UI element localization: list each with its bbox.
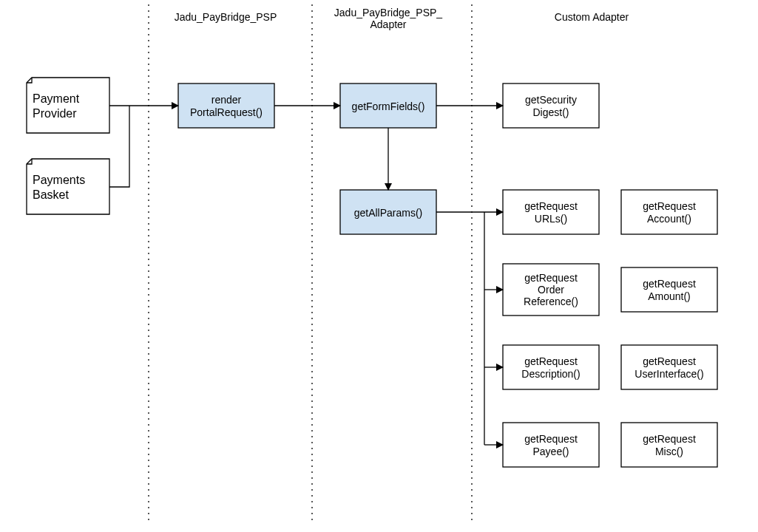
node-get-form-fields: getFormFields() xyxy=(340,83,436,128)
urls-l2: URLs() xyxy=(535,213,567,225)
order-l3: Reference() xyxy=(524,296,578,307)
misc-l1: getRequest xyxy=(643,433,696,445)
payments-basket-line1: Payments xyxy=(33,174,85,186)
urls-l1: getRequest xyxy=(524,200,578,212)
node-get-request-user-interface: getRequest UserInterface() xyxy=(621,345,717,389)
lane-label-custom: Custom Adapter xyxy=(555,11,629,23)
node-get-request-payee: getRequest Payee() xyxy=(503,423,599,467)
account-l2: Account() xyxy=(647,213,691,225)
lane-label-psp: Jadu_PayBridge_PSP xyxy=(175,11,277,23)
get-security-l2: Digest() xyxy=(532,106,569,118)
get-security-l1: getSecurity xyxy=(525,94,577,106)
lane-label-adapter-top: Jadu_PayBridge_PSP_ xyxy=(334,7,443,18)
node-get-request-misc: getRequest Misc() xyxy=(621,423,717,467)
desc-l1: getRequest xyxy=(524,355,578,367)
node-get-security-digest: getSecurity Digest() xyxy=(503,83,599,128)
amount-l1: getRequest xyxy=(643,278,696,290)
amount-l2: Amount() xyxy=(648,290,691,302)
render-line1: render xyxy=(212,94,242,106)
ui-l1: getRequest xyxy=(643,355,696,367)
node-get-request-order-reference: getRequest Order Reference() xyxy=(503,264,599,316)
node-get-request-account: getRequest Account() xyxy=(621,190,717,234)
order-l1: getRequest xyxy=(524,272,578,284)
account-l1: getRequest xyxy=(643,200,696,212)
payment-provider-line1: Payment xyxy=(33,92,80,105)
edge-basket-to-provider-line xyxy=(109,106,129,187)
payee-l1: getRequest xyxy=(524,433,578,445)
node-get-request-amount: getRequest Amount() xyxy=(621,267,717,312)
payments-basket-line2: Basket xyxy=(33,188,69,201)
payee-l2: Payee() xyxy=(532,446,569,457)
get-all-params-label: getAllParams() xyxy=(354,207,423,219)
get-form-fields-label: getFormFields() xyxy=(352,100,425,112)
lane-label-adapter-bot: Adapter xyxy=(370,18,406,30)
ui-l2: UserInterface() xyxy=(635,368,703,380)
desc-l2: Description() xyxy=(521,368,580,380)
payment-provider-line2: Provider xyxy=(33,107,77,120)
node-get-request-description: getRequest Description() xyxy=(503,345,599,389)
misc-l2: Misc() xyxy=(655,446,683,457)
node-get-all-params: getAllParams() xyxy=(340,190,436,234)
node-render-portal-request: render PortalRequest() xyxy=(178,83,274,128)
node-payment-provider: Payment Provider xyxy=(27,78,109,133)
render-line2: PortalRequest() xyxy=(190,106,263,118)
node-payments-basket: Payments Basket xyxy=(27,159,109,214)
order-l2: Order xyxy=(538,284,564,296)
node-get-request-urls: getRequest URLs() xyxy=(503,190,599,234)
